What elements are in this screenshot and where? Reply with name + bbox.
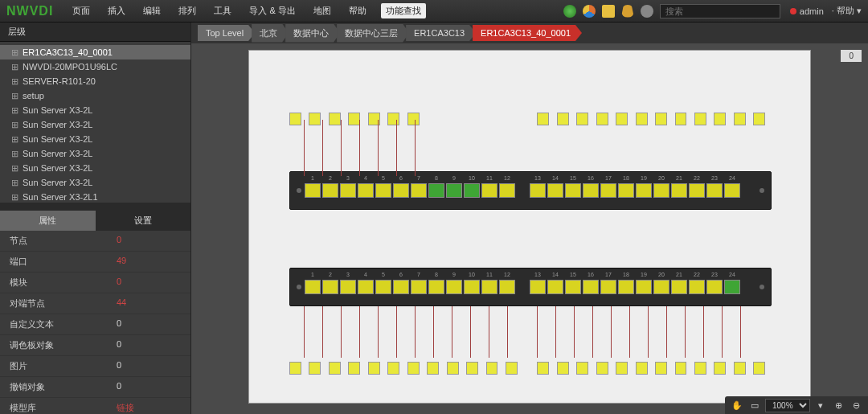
tree-item[interactable]: Sun Server X3-2L xyxy=(0,103,190,117)
cable-node[interactable] xyxy=(753,113,765,125)
cable-node[interactable] xyxy=(734,113,746,125)
tree-item[interactable]: setup xyxy=(0,88,190,103)
port[interactable]: 2 xyxy=(322,183,338,198)
select-tool-icon[interactable]: ▭ xyxy=(747,399,762,412)
cable-node[interactable] xyxy=(576,113,588,125)
port[interactable]: 23 xyxy=(706,183,723,198)
cable-node[interactable] xyxy=(675,362,687,375)
cable-node[interactable] xyxy=(694,113,706,125)
port[interactable]: 22 xyxy=(689,280,705,294)
port[interactable]: 6 xyxy=(393,280,409,294)
globe-icon[interactable] xyxy=(563,5,576,18)
menu-item[interactable]: 排列 xyxy=(175,3,199,18)
tab[interactable]: 设置 xyxy=(96,211,191,231)
dropdown-icon[interactable]: ▾ xyxy=(813,399,828,412)
port[interactable]: 19 xyxy=(636,183,652,198)
port[interactable]: 2 xyxy=(322,280,338,294)
cable-node[interactable] xyxy=(329,362,341,375)
port[interactable]: 11 xyxy=(481,183,497,198)
port[interactable]: 16 xyxy=(583,183,599,198)
port[interactable]: 1 xyxy=(305,280,321,294)
port[interactable]: 10 xyxy=(464,183,480,198)
cable-node[interactable] xyxy=(636,362,648,375)
cable-node[interactable] xyxy=(427,362,439,375)
menu-item[interactable]: 导入 & 导出 xyxy=(246,3,298,18)
port[interactable]: 12 xyxy=(499,183,515,198)
zoom-select[interactable]: 100% xyxy=(765,399,810,412)
breadcrumb-item[interactable]: 北京 xyxy=(252,24,289,43)
tree-item[interactable]: Sun Server X3-2L xyxy=(0,175,190,190)
cable-node[interactable] xyxy=(714,362,726,375)
cable-node[interactable] xyxy=(596,113,608,125)
port[interactable]: 3 xyxy=(340,183,356,198)
cable-node[interactable] xyxy=(596,362,608,375)
menu-item[interactable]: 编辑 xyxy=(140,3,164,18)
menu-item[interactable]: 页面 xyxy=(69,3,93,18)
zoom-in-icon[interactable]: ⊕ xyxy=(831,399,845,412)
port[interactable]: 16 xyxy=(583,280,599,294)
cable-node[interactable] xyxy=(466,362,478,375)
port[interactable]: 17 xyxy=(600,183,616,198)
zoom-out-icon[interactable]: ⊖ xyxy=(849,399,863,412)
cable-node[interactable] xyxy=(348,362,360,375)
port[interactable]: 1 xyxy=(305,183,321,198)
cable-node[interactable] xyxy=(537,362,549,375)
port[interactable]: 23 xyxy=(706,280,723,294)
pan-tool-icon[interactable]: ✋ xyxy=(730,399,744,412)
tree-item[interactable]: Sun Server X3-2L xyxy=(0,161,190,175)
cable-node[interactable] xyxy=(616,113,628,125)
cable-node[interactable] xyxy=(289,362,301,375)
menu-item[interactable]: 帮助 xyxy=(346,3,370,18)
port[interactable]: 24 xyxy=(724,280,740,294)
port[interactable]: 15 xyxy=(565,280,581,294)
cable-node[interactable] xyxy=(655,113,667,125)
breadcrumb-item[interactable]: ER1CA3C13_40_0001 xyxy=(473,25,582,41)
port[interactable]: 8 xyxy=(428,183,444,198)
user-menu[interactable]: admin · 帮助 ▾ xyxy=(790,5,862,17)
menu-item[interactable]: 功能查找 xyxy=(381,3,426,18)
cable-node[interactable] xyxy=(486,362,498,375)
cable-node[interactable] xyxy=(753,362,765,375)
port[interactable]: 6 xyxy=(393,183,409,198)
cable-node[interactable] xyxy=(636,113,648,125)
cable-node[interactable] xyxy=(329,113,341,125)
cable-node[interactable] xyxy=(506,362,518,375)
port[interactable]: 18 xyxy=(618,280,634,294)
cable-node[interactable] xyxy=(655,362,667,375)
cable-node[interactable] xyxy=(368,362,380,375)
cable-node[interactable] xyxy=(714,113,726,125)
tab[interactable]: 属性 xyxy=(0,211,96,231)
port[interactable]: 4 xyxy=(358,280,374,294)
canvas[interactable]: 123456789101112131415161718192021222324 … xyxy=(248,50,811,404)
cable-node[interactable] xyxy=(616,362,628,375)
cable-node[interactable] xyxy=(289,113,301,125)
port[interactable]: 21 xyxy=(671,183,687,198)
port[interactable]: 13 xyxy=(530,183,546,198)
port[interactable]: 12 xyxy=(499,280,515,294)
tree-item[interactable]: Sun Server X3-2L xyxy=(0,117,190,132)
cable-node[interactable] xyxy=(387,362,399,375)
cable-node[interactable] xyxy=(734,362,746,375)
port[interactable]: 5 xyxy=(375,280,391,294)
port[interactable]: 8 xyxy=(428,280,444,294)
port[interactable]: 24 xyxy=(724,183,740,198)
breadcrumb-item[interactable]: Top Level xyxy=(198,25,255,41)
note-icon[interactable] xyxy=(602,5,615,18)
tree-item[interactable]: Sun Server X3-2L xyxy=(0,146,190,161)
tree-item[interactable]: Sun Server X3-2L xyxy=(0,132,190,146)
port[interactable]: 18 xyxy=(618,183,634,198)
gear-icon[interactable] xyxy=(641,5,653,18)
port[interactable]: 10 xyxy=(464,280,480,294)
cable-node[interactable] xyxy=(537,113,549,125)
cable-node[interactable] xyxy=(309,113,321,125)
cable-node[interactable] xyxy=(576,362,588,375)
port[interactable]: 13 xyxy=(530,280,546,294)
port[interactable]: 3 xyxy=(340,280,356,294)
port[interactable]: 14 xyxy=(547,280,563,294)
user-help-link[interactable]: · 帮助 ▾ xyxy=(832,5,862,17)
port[interactable]: 5 xyxy=(375,183,391,198)
port[interactable]: 22 xyxy=(689,183,705,198)
cable-node[interactable] xyxy=(557,362,569,375)
cable-node[interactable] xyxy=(557,113,569,125)
menu-item[interactable]: 工具 xyxy=(211,3,235,18)
